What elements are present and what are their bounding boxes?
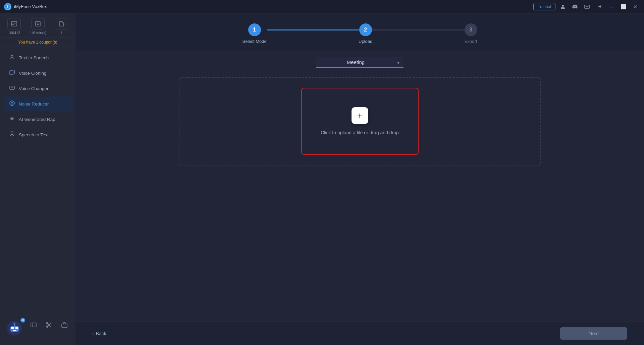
svg-point-2 bbox=[562, 5, 564, 7]
stat-characters: 106413 bbox=[7, 18, 21, 35]
step-3-circle: 3 bbox=[465, 23, 477, 36]
sidebar-item-voice-cloning[interactable]: Voice Cloning bbox=[3, 66, 73, 80]
stats-row: 106413 116 min(s) 1 bbox=[0, 13, 75, 38]
step-3-label: Export bbox=[465, 39, 477, 44]
minutes-icon bbox=[31, 18, 45, 29]
sidebar-item-label-stt: Speech to Text bbox=[19, 132, 49, 137]
svg-point-12 bbox=[11, 55, 13, 57]
main-layout: 106413 116 min(s) 1 bbox=[0, 13, 644, 345]
titlebar-left: i iMyFone VoxBox bbox=[4, 3, 47, 10]
titlebar: i iMyFone VoxBox Tutorial — ⬜ ✕ bbox=[0, 0, 644, 13]
sidebar-item-ai-rap[interactable]: AI Generated Rap bbox=[3, 112, 73, 127]
back-label: Back bbox=[96, 331, 106, 336]
sidebar: 106413 116 min(s) 1 bbox=[0, 13, 75, 345]
discord-icon[interactable] bbox=[570, 2, 580, 11]
svg-rect-34 bbox=[62, 324, 67, 328]
briefcase-icon[interactable] bbox=[59, 319, 70, 331]
step-1-label: Select Mode bbox=[243, 39, 267, 44]
svg-rect-26 bbox=[15, 327, 18, 329]
characters-icon bbox=[7, 18, 21, 29]
tutorial-button[interactable]: Tutorial bbox=[533, 3, 555, 10]
app-title: iMyFone VoxBox bbox=[14, 4, 47, 9]
dropdown-row: Meeting Music Podcast Video Other ▾ bbox=[316, 57, 404, 68]
upload-outer[interactable]: + Click to upload a file or drag and dro… bbox=[179, 77, 541, 165]
svg-rect-25 bbox=[11, 327, 14, 329]
svg-point-20 bbox=[11, 118, 13, 119]
clone-icon bbox=[9, 69, 15, 77]
svg-point-17 bbox=[11, 102, 13, 104]
maximize-button[interactable]: ⬜ bbox=[619, 2, 628, 11]
sidebar-item-stt[interactable]: Speech to Text bbox=[3, 127, 73, 142]
coupon-text: You have 1 coupon(s) bbox=[18, 40, 57, 45]
step-2: 2 Upload bbox=[359, 23, 372, 44]
characters-value: 106413 bbox=[8, 31, 20, 35]
steps-bar: 1 Select Mode 2 Upload 3 Export bbox=[75, 13, 644, 51]
files-icon bbox=[55, 18, 68, 29]
sidebar-item-noise-reducer[interactable]: Noise Reducer bbox=[3, 96, 73, 111]
svg-rect-4 bbox=[11, 21, 17, 26]
app-logo: i bbox=[4, 3, 11, 10]
bottom-bar: ‹ Back Next bbox=[75, 322, 644, 345]
sidebar-item-label-tts: Text to Speech bbox=[19, 55, 49, 60]
step-1-circle: 1 bbox=[248, 23, 261, 36]
svg-rect-13 bbox=[10, 71, 13, 75]
stt-icon bbox=[9, 131, 15, 138]
minutes-value: 116 min(s) bbox=[29, 31, 47, 35]
stat-files: 1 bbox=[55, 18, 68, 35]
svg-rect-7 bbox=[36, 21, 40, 26]
user-icon[interactable] bbox=[558, 2, 568, 11]
changer-icon bbox=[9, 85, 15, 92]
sidebar-item-label-changer: Voice Changer bbox=[19, 86, 49, 91]
sidebar-item-label-noise: Noise Reducer bbox=[19, 101, 49, 107]
step-line-2-3 bbox=[372, 29, 464, 30]
upload-plus-button[interactable]: + bbox=[352, 107, 368, 124]
sidebar-item-tts[interactable]: Text to Speech bbox=[3, 50, 73, 65]
step-2-label: Upload bbox=[359, 39, 372, 44]
sidebar-item-label-cloning: Voice Cloning bbox=[19, 71, 47, 76]
files-value: 1 bbox=[60, 31, 62, 35]
scissors-icon[interactable] bbox=[43, 319, 55, 331]
svg-rect-27 bbox=[13, 330, 16, 331]
step-line-1-2 bbox=[267, 29, 359, 30]
close-button[interactable]: ✕ bbox=[631, 2, 640, 11]
sidebar-item-label-rap: AI Generated Rap bbox=[19, 117, 55, 122]
upload-instruction: Click to upload a file or drag and drop bbox=[321, 130, 399, 135]
coupon-bar: You have 1 coupon(s) bbox=[0, 38, 75, 47]
svg-text:i: i bbox=[7, 5, 8, 9]
sidebar-bottom: ✉ bbox=[0, 315, 75, 342]
svg-rect-21 bbox=[11, 132, 13, 135]
back-arrow-icon: ‹ bbox=[92, 331, 94, 336]
dropdown-wrapper[interactable]: Meeting Music Podcast Video Other ▾ bbox=[316, 57, 404, 68]
step-1: 1 Select Mode bbox=[243, 23, 267, 44]
bot-avatar: ✉ bbox=[5, 319, 24, 338]
stat-minutes: 116 min(s) bbox=[29, 18, 47, 35]
content-area: 1 Select Mode 2 Upload 3 Export bbox=[75, 13, 644, 345]
steps-container: 1 Select Mode 2 Upload 3 Export bbox=[243, 23, 477, 44]
settings-icon[interactable] bbox=[594, 2, 604, 11]
back-button[interactable]: ‹ Back bbox=[92, 331, 106, 336]
step-3: 3 Export bbox=[465, 23, 477, 44]
upload-zone[interactable]: + Click to upload a file or drag and dro… bbox=[301, 88, 419, 155]
svg-point-29 bbox=[13, 323, 15, 325]
tts-icon bbox=[9, 54, 15, 61]
step-2-circle: 2 bbox=[359, 23, 372, 36]
sidebar-item-voice-changer[interactable]: Voice Changer bbox=[3, 81, 73, 96]
rap-icon bbox=[9, 116, 15, 123]
next-button[interactable]: Next bbox=[560, 327, 627, 340]
noise-icon bbox=[9, 100, 15, 108]
svg-rect-3 bbox=[585, 5, 589, 8]
main-content: Meeting Music Podcast Video Other ▾ + Cl… bbox=[75, 51, 644, 322]
sidebar-nav: Text to Speech Voice Cloning bbox=[0, 47, 75, 315]
mode-dropdown[interactable]: Meeting Music Podcast Video Other bbox=[316, 57, 404, 68]
plus-icon: + bbox=[357, 111, 362, 121]
minimize-button[interactable]: — bbox=[606, 2, 616, 11]
titlebar-right: Tutorial — ⬜ ✕ bbox=[533, 2, 640, 11]
svg-rect-30 bbox=[31, 323, 36, 327]
loop-icon[interactable] bbox=[28, 319, 39, 331]
mail-icon[interactable] bbox=[582, 2, 592, 11]
